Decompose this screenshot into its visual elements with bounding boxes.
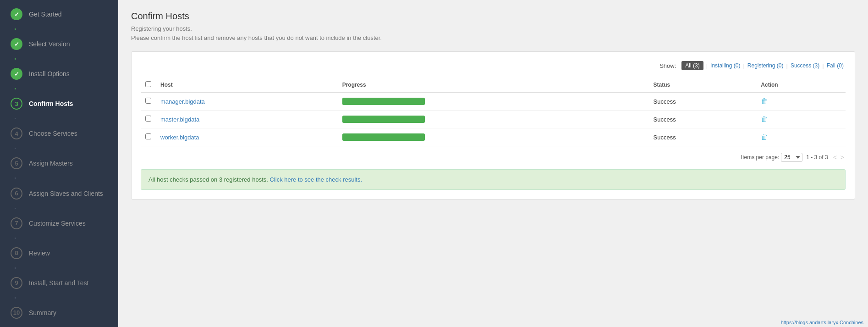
table-row: worker.bigdata Success 🗑	[141, 128, 846, 146]
sidebar-label-get-started: Get Started	[29, 11, 62, 18]
sidebar-label-install-options: Install Options	[29, 70, 70, 78]
progress-fill-0	[342, 98, 425, 105]
host-link-1[interactable]: master.bigdata	[160, 116, 199, 123]
progress-bar-1	[342, 116, 425, 123]
progress-bar-2	[342, 133, 425, 141]
sidebar-item-assign-slaves[interactable]: 6 Assign Slaves and Clients	[0, 179, 118, 208]
next-page-button[interactable]: >	[839, 154, 846, 161]
show-label: Show:	[659, 62, 676, 69]
sidebar: ✓ Get Started ✓ Select Version ✓ Install…	[0, 0, 118, 327]
alert-link[interactable]: Click here to see the check results.	[270, 176, 363, 183]
per-page-select[interactable]: 25 50 100	[781, 153, 802, 162]
prev-page-button[interactable]: <	[832, 154, 838, 161]
sidebar-label-install-start: Install, Start and Test	[29, 279, 88, 287]
step-icon-confirm-hosts: 3	[11, 98, 22, 110]
sidebar-item-confirm-hosts[interactable]: 3 Confirm Hosts	[0, 89, 118, 118]
sep-4: |	[822, 62, 824, 69]
select-all-checkbox[interactable]	[145, 81, 151, 87]
sep-1: |	[706, 62, 708, 69]
sidebar-label-confirm-hosts: Confirm Hosts	[29, 100, 73, 107]
host-link-2[interactable]: worker.bigdata	[160, 134, 199, 141]
col-status: Status	[649, 78, 757, 93]
step-icon-select-version: ✓	[11, 38, 22, 50]
sidebar-label-review: Review	[29, 249, 50, 257]
sidebar-item-review[interactable]: 8 Review	[0, 239, 118, 267]
step-icon-choose-services: 4	[11, 127, 22, 139]
bottom-url: https://blogs.andarts.laryx.Conchines	[781, 320, 863, 325]
row-checkbox-1[interactable]	[145, 116, 151, 122]
step-icon-install-options: ✓	[11, 68, 22, 80]
progress-bar-0	[342, 98, 425, 105]
progress-fill-1	[342, 116, 425, 123]
delete-icon-0[interactable]: 🗑	[761, 97, 768, 105]
main-content: Confirm Hosts Registering your hosts. Pl…	[118, 0, 868, 327]
filter-installing[interactable]: Installing (0)	[710, 62, 740, 69]
status-1: Success	[649, 111, 757, 128]
page-nav: < >	[832, 154, 846, 161]
sidebar-label-choose-services: Choose Services	[29, 130, 77, 137]
status-2: Success	[649, 128, 757, 146]
filter-all[interactable]: All (3)	[681, 61, 703, 70]
step-icon-customize-services: 7	[11, 217, 22, 229]
sidebar-item-customize-services[interactable]: 7 Customize Services	[0, 209, 118, 238]
pagination-bar: Items per page: 25 50 100 1 - 3 of 3 < >	[141, 153, 846, 162]
host-link-0[interactable]: manager.bigdata	[160, 98, 205, 105]
step-icon-assign-masters: 5	[11, 157, 22, 169]
sidebar-item-summary[interactable]: 10 Summary	[0, 299, 118, 327]
filter-bar: Show: All (3) | Installing (0) | Registe…	[141, 61, 846, 70]
hosts-card: Show: All (3) | Installing (0) | Registe…	[131, 51, 855, 200]
table-row: master.bigdata Success 🗑	[141, 111, 846, 128]
bottom-bar: https://blogs.andarts.laryx.Conchines	[118, 318, 868, 327]
page-range: 1 - 3 of 3	[806, 154, 828, 161]
progress-fill-2	[342, 133, 425, 141]
step-icon-review: 8	[11, 247, 22, 259]
sidebar-label-assign-masters: Assign Masters	[29, 160, 73, 167]
sidebar-label-select-version: Select Version	[29, 40, 70, 48]
table-row: manager.bigdata Success 🗑	[141, 93, 846, 111]
page-subtitle-1: Registering your hosts.	[131, 24, 855, 33]
filter-fail[interactable]: Fail (0)	[827, 62, 844, 69]
delete-icon-1[interactable]: 🗑	[761, 115, 768, 123]
sep-2: |	[743, 62, 744, 69]
sep-3: |	[786, 62, 788, 69]
step-icon-get-started: ✓	[11, 8, 22, 20]
hosts-table: Host Progress Status Action manager.bigd…	[141, 78, 846, 146]
step-icon-summary: 10	[11, 307, 22, 319]
alert-success: All host checks passed on 3 registered h…	[141, 169, 846, 190]
items-per-page: Items per page: 25 50 100	[741, 153, 802, 162]
delete-icon-2[interactable]: 🗑	[761, 133, 768, 141]
page-title: Confirm Hosts	[131, 11, 855, 22]
sidebar-label-summary: Summary	[29, 309, 56, 316]
row-checkbox-2[interactable]	[145, 133, 151, 139]
sidebar-item-install-start[interactable]: 9 Install, Start and Test	[0, 269, 118, 297]
sidebar-item-choose-services[interactable]: 4 Choose Services	[0, 119, 118, 148]
status-0: Success	[649, 93, 757, 111]
sidebar-item-assign-masters[interactable]: 5 Assign Masters	[0, 149, 118, 177]
alert-text: All host checks passed on 3 registered h…	[148, 176, 268, 183]
step-icon-install-start: 9	[11, 277, 22, 289]
sidebar-item-select-version[interactable]: ✓ Select Version	[0, 30, 118, 58]
col-progress: Progress	[338, 78, 649, 93]
sidebar-label-assign-slaves: Assign Slaves and Clients	[29, 190, 103, 197]
items-per-page-label: Items per page:	[741, 154, 779, 161]
filter-registering[interactable]: Registering (0)	[747, 62, 784, 69]
col-action: Action	[756, 78, 846, 93]
page-subtitle-2: Please confirm the host list and remove …	[131, 33, 855, 43]
col-host: Host	[156, 78, 338, 93]
filter-success[interactable]: Success (3)	[791, 62, 819, 69]
sidebar-item-install-options[interactable]: ✓ Install Options	[0, 60, 118, 88]
sidebar-item-get-started[interactable]: ✓ Get Started	[0, 0, 118, 28]
row-checkbox-0[interactable]	[145, 98, 151, 104]
sidebar-label-customize-services: Customize Services	[29, 220, 86, 227]
step-icon-assign-slaves: 6	[11, 188, 22, 200]
